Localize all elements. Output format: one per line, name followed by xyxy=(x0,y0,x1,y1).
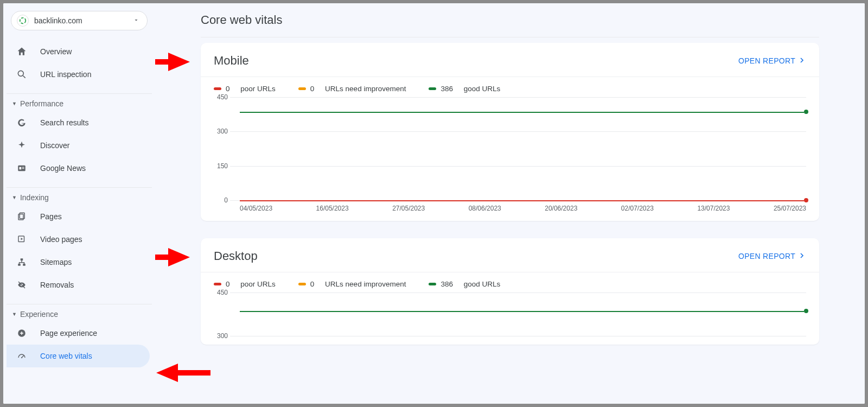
legend-need-label: URLs need improvement xyxy=(325,280,406,288)
open-report-label: OPEN REPORT xyxy=(738,56,795,65)
panel-title: Mobile xyxy=(214,54,249,68)
sparkle-icon xyxy=(16,140,27,151)
svg-rect-12 xyxy=(23,264,25,266)
sidebar-item-label: Google News xyxy=(40,164,86,173)
legend-poor-count: 0 xyxy=(226,85,230,93)
legend-need: 0 URLs need improvement xyxy=(298,280,406,288)
sidebar-item-removals[interactable]: Removals xyxy=(7,274,150,296)
svg-rect-5 xyxy=(22,167,24,168)
video-pages-icon xyxy=(16,234,27,245)
chart-legend: 0 poor URLs 0 URLs need improvement 386 … xyxy=(201,272,819,290)
chevron-down-icon xyxy=(133,16,139,25)
legend-swatch-icon xyxy=(214,283,221,285)
sidebar-section-indexing[interactable]: ▼ Indexing xyxy=(7,187,152,205)
svg-rect-4 xyxy=(20,167,22,170)
sidebar-section-label: Indexing xyxy=(20,193,49,202)
chart-line-good xyxy=(240,112,804,113)
svg-point-0 xyxy=(20,18,26,24)
property-domain: backlinko.com xyxy=(34,16,127,25)
x-tick: 13/07/2023 xyxy=(697,205,730,212)
desktop-chart: 450 300 xyxy=(201,290,819,345)
legend-good-label: good URLs xyxy=(464,85,501,93)
chart-line-poor xyxy=(240,200,804,201)
desktop-panel: Desktop OPEN REPORT 0 poor URLs 0 xyxy=(201,238,819,345)
legend-need: 0 URLs need improvement xyxy=(298,85,406,93)
legend-good: 386 good URLs xyxy=(429,85,500,93)
eye-off-icon xyxy=(16,279,27,290)
app-root: backlinko.com Overview URL inspection ▼ … xyxy=(3,3,865,404)
arrow-annotation-icon xyxy=(156,364,210,382)
sidebar-item-url-inspection[interactable]: URL inspection xyxy=(7,63,150,86)
sidebar-item-core-web-vitals[interactable]: Core web vitals xyxy=(7,345,150,367)
sidebar-section-experience[interactable]: ▼ Experience xyxy=(7,304,152,322)
sidebar-item-label: Sitemaps xyxy=(40,258,72,266)
svg-marker-17 xyxy=(168,53,190,71)
sitemap-icon xyxy=(16,257,27,268)
sidebar-section-performance[interactable]: ▼ Performance xyxy=(7,93,152,111)
mobile-chart: 450 300 150 0 04/05/2023 xyxy=(201,95,819,221)
sidebar-item-pages[interactable]: Pages xyxy=(7,205,150,228)
sidebar-item-label: Page experience xyxy=(40,329,97,338)
legend-good: 386 good URLs xyxy=(429,280,500,288)
y-tick: 0 xyxy=(214,196,228,204)
svg-marker-19 xyxy=(168,248,190,266)
chevron-right-icon xyxy=(797,56,806,66)
chart-endpoint-good xyxy=(804,309,808,313)
gauge-icon xyxy=(16,351,27,361)
panel-header: Desktop OPEN REPORT xyxy=(201,238,819,272)
chevron-right-icon xyxy=(797,251,806,262)
legend-need-count: 0 xyxy=(310,85,315,93)
svg-rect-18 xyxy=(155,255,173,260)
legend-poor-count: 0 xyxy=(226,280,230,288)
caret-down-icon: ▼ xyxy=(12,101,17,106)
legend-poor-label: poor URLs xyxy=(240,280,276,288)
svg-rect-3 xyxy=(18,166,25,171)
legend-swatch-icon xyxy=(429,283,436,285)
g-logo-icon xyxy=(16,117,27,128)
home-icon xyxy=(16,46,27,57)
legend-need-label: URLs need improvement xyxy=(325,85,406,93)
open-report-button[interactable]: OPEN REPORT xyxy=(738,251,806,262)
open-report-button[interactable]: OPEN REPORT xyxy=(738,56,806,66)
y-tick: 150 xyxy=(214,162,228,170)
chart-line-good xyxy=(240,311,804,312)
legend-good-count: 386 xyxy=(441,280,453,288)
sidebar-item-page-experience[interactable]: Page experience xyxy=(7,322,150,345)
legend-swatch-icon xyxy=(214,87,221,90)
sidebar-item-video-pages[interactable]: Video pages xyxy=(7,228,150,251)
caret-down-icon: ▼ xyxy=(12,311,17,317)
sidebar-item-google-news[interactable]: Google News xyxy=(7,157,150,180)
chart-legend: 0 poor URLs 0 URLs need improvement 386 … xyxy=(201,77,819,95)
sidebar-item-label: Overview xyxy=(40,47,72,56)
search-icon xyxy=(16,69,27,80)
legend-poor: 0 poor URLs xyxy=(214,85,276,93)
x-tick: 16/05/2023 xyxy=(316,205,349,212)
svg-rect-16 xyxy=(155,59,173,65)
chart-endpoint-good xyxy=(804,110,808,114)
x-tick: 27/05/2023 xyxy=(392,205,425,212)
sidebar-item-label: Removals xyxy=(40,281,74,289)
legend-poor-label: poor URLs xyxy=(240,85,276,93)
svg-point-15 xyxy=(21,357,22,358)
property-picker[interactable]: backlinko.com xyxy=(11,11,148,30)
chart-endpoint-poor xyxy=(804,198,808,202)
pages-icon xyxy=(16,211,27,222)
svg-rect-6 xyxy=(22,168,24,169)
y-tick: 300 xyxy=(214,332,228,340)
sidebar-section-label: Experience xyxy=(20,310,58,319)
x-tick: 08/06/2023 xyxy=(469,205,501,212)
sidebar-item-search-results[interactable]: Search results xyxy=(7,111,150,134)
y-tick: 450 xyxy=(214,289,228,296)
sidebar-item-sitemaps[interactable]: Sitemaps xyxy=(7,251,150,274)
property-favicon xyxy=(17,15,29,27)
svg-rect-10 xyxy=(21,258,23,260)
svg-rect-20 xyxy=(174,370,210,376)
sidebar-item-overview[interactable]: Overview xyxy=(7,40,150,63)
sidebar-item-label: Discover xyxy=(40,141,69,150)
svg-point-1 xyxy=(18,71,23,76)
sidebar: backlinko.com Overview URL inspection ▼ … xyxy=(3,3,155,404)
sidebar-item-label: Core web vitals xyxy=(40,352,92,360)
news-icon xyxy=(16,163,27,174)
svg-marker-21 xyxy=(156,364,178,382)
sidebar-item-discover[interactable]: Discover xyxy=(7,134,150,157)
